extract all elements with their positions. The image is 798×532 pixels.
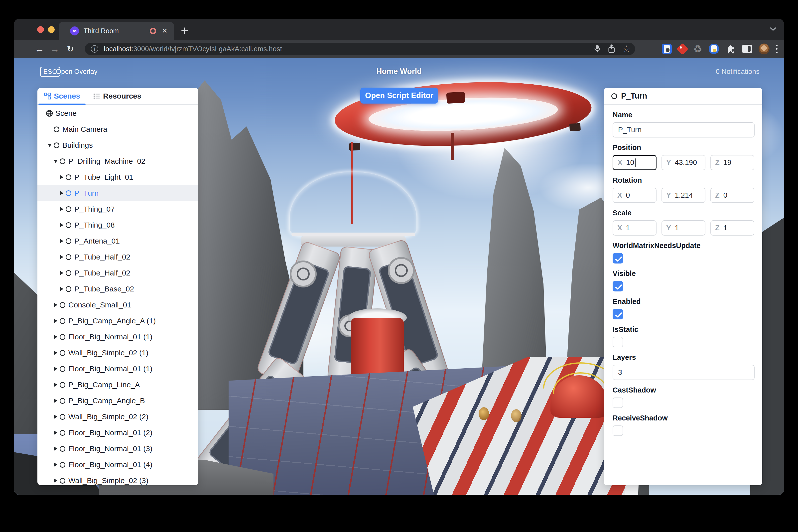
expander-arrow-icon[interactable] [53, 415, 59, 419]
layers-input[interactable]: 3 [613, 365, 755, 380]
expander-arrow-icon[interactable] [53, 446, 59, 451]
expander-arrow-icon[interactable] [59, 207, 64, 211]
expander-arrow-icon[interactable] [59, 255, 64, 259]
tree-item[interactable]: Main Camera [37, 121, 198, 137]
expander-arrow-icon[interactable] [53, 431, 59, 435]
share-icon[interactable] [608, 44, 615, 53]
tree-item[interactable]: Wall_Big_Simple_02 (2) [37, 409, 198, 425]
expander-arrow-icon[interactable] [59, 175, 64, 179]
rotation-y-input[interactable]: Y1.214 [662, 188, 705, 203]
gold-prop [479, 407, 489, 420]
reload-icon[interactable]: ↻ [63, 42, 77, 56]
tree-item[interactable]: P_Big_Camp_Line_A [37, 377, 198, 393]
expander-arrow-icon[interactable] [59, 223, 64, 227]
close-window-button[interactable] [37, 26, 44, 33]
cast-shadow-checkbox[interactable] [613, 398, 623, 408]
tree-item[interactable]: Scene [37, 105, 198, 121]
tree-item[interactable]: P_Tube_Half_02 [37, 249, 198, 265]
list-icon [93, 93, 100, 99]
microphone-icon[interactable] [594, 44, 601, 53]
sidebar-toggle-icon[interactable] [742, 45, 752, 53]
blue-app-extension-icon[interactable] [709, 44, 719, 54]
new-tab-button[interactable]: + [177, 23, 193, 39]
tab-search-chevron-icon[interactable] [770, 27, 777, 31]
expander-arrow-icon[interactable] [53, 367, 59, 371]
expander-arrow-icon[interactable] [53, 303, 59, 307]
name-input[interactable]: P_Turn [613, 122, 755, 137]
red-diamond-extension-icon[interactable] [677, 43, 688, 55]
position-x-input[interactable]: X10 [613, 155, 657, 170]
open-script-editor-button[interactable]: Open Script Editor [360, 88, 438, 103]
tree-item[interactable]: P_Tube_Base_02 [37, 281, 198, 297]
tab-close-icon[interactable]: ✕ [162, 27, 167, 35]
expander-arrow-icon[interactable] [53, 160, 59, 163]
recycle-extension-icon[interactable]: ♻ [693, 44, 702, 54]
tree-item[interactable]: Floor_Big_Normal_01 (2) [37, 425, 198, 441]
tab-scenes[interactable]: Scenes [37, 88, 87, 104]
tree-item[interactable]: P_Thing_08 [37, 217, 198, 233]
tree-item[interactable]: Buildings [37, 137, 198, 153]
url-bar[interactable]: i localhost:3000/world/!vjrzmTVOcyIsLgaA… [85, 43, 635, 55]
is-static-checkbox[interactable] [613, 337, 623, 347]
tree-item-selected[interactable]: P_Turn [37, 185, 198, 201]
expander-arrow-icon[interactable] [59, 239, 64, 243]
tree-item-label: P_Tube_Base_02 [74, 285, 134, 293]
expander-arrow-icon[interactable] [53, 351, 59, 355]
rotation-z-input[interactable]: Z0 [710, 188, 754, 203]
page-info-icon[interactable]: i [91, 45, 98, 53]
expander-arrow-icon[interactable] [59, 191, 64, 195]
tree-item[interactable]: Floor_Big_Normal_01 (1) [37, 361, 198, 377]
position-y-input[interactable]: Y43.190 [662, 155, 705, 170]
world-matrix-checkbox[interactable] [613, 253, 623, 264]
tree-item[interactable]: Wall_Big_Simple_02 (3) [37, 473, 198, 485]
profile-avatar[interactable] [759, 43, 770, 54]
expander-arrow-icon[interactable] [59, 271, 64, 275]
visible-checkbox[interactable] [613, 281, 623, 291]
hierarchy-tree-icon [44, 93, 51, 99]
scale-z-input[interactable]: Z1 [710, 220, 754, 235]
object-circle-icon [60, 158, 65, 164]
enabled-checkbox[interactable] [613, 309, 623, 319]
scale-x-input[interactable]: X1 [613, 220, 657, 235]
tree-item[interactable]: P_Tube_Light_01 [37, 169, 198, 185]
tree-item[interactable]: P_Big_Camp_Angle_A (1) [37, 313, 198, 329]
tree-item[interactable]: P_Antena_01 [37, 233, 198, 249]
expander-arrow-icon[interactable] [53, 399, 59, 403]
notifications-label[interactable]: 0 Notifications [716, 68, 760, 76]
tree-item[interactable]: Wall_Big_Simple_02 (1) [37, 345, 198, 361]
expander-arrow-icon[interactable] [47, 144, 53, 147]
tab-title: Third Room [83, 27, 150, 35]
forward-icon[interactable]: → [48, 42, 62, 56]
object-circle-icon [60, 398, 65, 404]
expander-arrow-icon[interactable] [59, 287, 64, 291]
tree-item[interactable]: Floor_Big_Normal_01 (1) [37, 329, 198, 345]
tree-item[interactable]: Floor_Big_Normal_01 (4) [37, 457, 198, 473]
bookmark-star-icon[interactable]: ☆ [623, 44, 631, 53]
rotation-x-input[interactable]: X0 [613, 188, 657, 203]
tree-item[interactable]: Floor_Big_Normal_01 (3) [37, 441, 198, 457]
password-manager-extension-icon[interactable] [662, 44, 672, 54]
tree-item[interactable]: P_Big_Camp_Angle_B [37, 393, 198, 409]
tab-resources[interactable]: Resources [87, 88, 148, 104]
scale-y-input[interactable]: Y1 [662, 220, 705, 235]
tree-item-label: P_Thing_07 [74, 205, 115, 213]
expander-arrow-icon[interactable] [53, 335, 59, 339]
receive-shadow-checkbox[interactable] [613, 425, 623, 436]
tree-item[interactable]: P_Thing_07 [37, 201, 198, 217]
object-circle-icon [60, 302, 65, 308]
expander-arrow-icon[interactable] [53, 383, 59, 387]
expander-arrow-icon[interactable] [53, 319, 59, 323]
tree-item[interactable]: Console_Small_01 [37, 297, 198, 313]
extensions-puzzle-icon[interactable] [726, 44, 736, 54]
tree-item[interactable]: P_Drilling_Machine_02 [37, 153, 198, 169]
back-icon[interactable]: ← [33, 42, 46, 56]
browser-menu-kebab-icon[interactable] [776, 44, 778, 54]
rotation-inputs: X0Y1.214Z0 [613, 188, 755, 203]
expander-arrow-icon[interactable] [53, 463, 59, 467]
expander-arrow-icon[interactable] [53, 479, 59, 482]
browser-tab[interactable]: ∞ Third Room ✕ [59, 22, 174, 40]
minimize-window-button[interactable] [48, 26, 55, 33]
position-z-input[interactable]: Z19 [710, 155, 754, 170]
tree-item-label: Floor_Big_Normal_01 (3) [69, 444, 152, 453]
tree-item[interactable]: P_Tube_Half_02 [37, 265, 198, 281]
